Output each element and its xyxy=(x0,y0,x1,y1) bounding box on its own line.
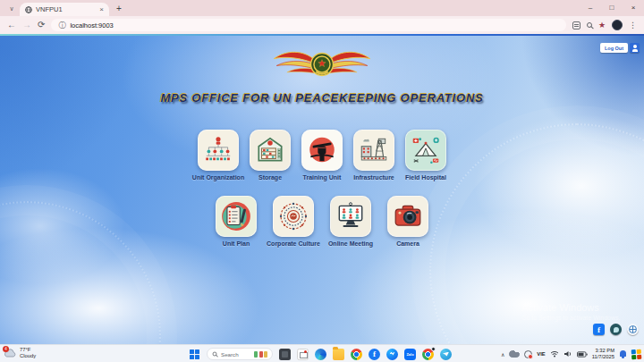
warehouse-icon xyxy=(254,134,286,166)
tab-close-icon[interactable]: × xyxy=(99,6,104,13)
new-tab-button[interactable]: + xyxy=(116,4,122,13)
page-top-gradient xyxy=(0,34,644,36)
site-info-icon[interactable]: ⓘ xyxy=(58,21,65,30)
side-search-icon[interactable] xyxy=(587,22,592,28)
speaker-icon[interactable] xyxy=(564,350,572,358)
globe-favicon-icon xyxy=(25,6,32,13)
file-explorer-icon[interactable] xyxy=(333,349,344,360)
app-label: Infrastructure xyxy=(353,174,394,181)
activate-windows-watermark: Activate Windows Go to Settings to activ… xyxy=(521,302,621,321)
logout-button[interactable]: Log Out xyxy=(600,43,628,53)
un-globe-icon[interactable] xyxy=(627,324,639,335)
wifi-icon[interactable] xyxy=(550,350,559,358)
app-label: Unit Plan xyxy=(223,240,250,247)
video-conference-icon xyxy=(335,200,367,232)
logout-area: Log Out xyxy=(600,43,640,53)
activate-windows-line2: Go to Settings to activate Windows. xyxy=(521,315,621,321)
telegram-icon[interactable] xyxy=(440,349,452,360)
app-label: Storage xyxy=(258,174,282,181)
app-label: Field Hospital xyxy=(405,174,446,181)
translate-icon[interactable] xyxy=(572,21,580,29)
address-bar[interactable]: ⓘ localhost:9003 xyxy=(51,19,566,31)
cloud-weather-icon: 4 xyxy=(4,348,16,358)
fist-rifle-icon xyxy=(306,134,338,166)
zalo-app-icon[interactable]: Zalo xyxy=(404,349,416,360)
user-session-icon[interactable] xyxy=(630,43,640,53)
weather-condition: Cloudy xyxy=(20,353,36,359)
app-grid-row-1: Unit Organization Storage xyxy=(0,130,644,181)
app-unit-organization[interactable]: Unit Organization xyxy=(192,130,244,181)
weather-temp: 77°F xyxy=(20,347,36,353)
app-online-meeting[interactable]: Online Meeting xyxy=(322,196,379,247)
app-storage[interactable]: Storage xyxy=(244,130,296,181)
mail-icon[interactable] xyxy=(297,349,309,360)
search-icon xyxy=(213,352,217,357)
window-controls: – □ × xyxy=(580,0,644,15)
app-label: Training Unit xyxy=(303,174,342,181)
tray-time: 3:32 PM xyxy=(592,348,614,354)
app-label: Corporate Culture xyxy=(267,240,320,247)
system-tray: ∧ VIE 3:32 PM 11/7/2025 xyxy=(501,345,641,362)
browser-toolbar: ← → ⟳ ⓘ localhost:9003 ★ ⋮ xyxy=(0,16,644,34)
app-unit-plan[interactable]: Unit Plan xyxy=(208,196,265,247)
messenger-icon[interactable] xyxy=(386,349,398,360)
app-label: Unit Organization xyxy=(192,174,244,181)
start-button[interactable] xyxy=(190,349,199,359)
onedrive-cloud-icon[interactable] xyxy=(509,350,520,358)
widgets-icon[interactable] xyxy=(631,349,642,359)
app-corporate-culture[interactable]: Corporate Culture xyxy=(265,196,322,247)
page-background: Log Out MPS OFFICE FOR UN PEACEKEEPING O… xyxy=(0,34,644,344)
page-title: MPS OFFICE FOR UN PEACEKEEPING OPERATION… xyxy=(0,91,644,105)
facebook-icon[interactable]: f xyxy=(593,324,605,335)
battery-icon[interactable] xyxy=(577,351,588,358)
bookmark-star-icon[interactable]: ★ xyxy=(598,21,606,29)
dark-square-app-icon[interactable] xyxy=(279,349,291,360)
app-camera[interactable]: Camera xyxy=(379,196,436,247)
activate-windows-line1: Activate Windows xyxy=(521,302,621,313)
org-chart-icon xyxy=(202,134,234,166)
reload-button[interactable]: ⟳ xyxy=(38,21,45,29)
minimize-button[interactable]: – xyxy=(580,0,601,15)
clipboard-pen-icon xyxy=(220,200,252,232)
forward-button[interactable]: → xyxy=(22,21,31,29)
taskbar-search-box[interactable]: Search xyxy=(207,348,273,360)
browser-tab-strip: ∨ VNFPU1 × + – □ × xyxy=(0,0,644,16)
app-field-hospital[interactable]: Field Hospital xyxy=(400,130,452,181)
medical-tent-icon xyxy=(410,134,442,166)
maximize-button[interactable]: □ xyxy=(601,0,623,15)
language-indicator[interactable]: VIE xyxy=(537,351,545,357)
clock-widget[interactable]: 3:32 PM 11/7/2025 xyxy=(592,348,614,360)
app-infrastructure[interactable]: Infrastructure xyxy=(348,130,400,181)
mandala-handshake-icon xyxy=(277,200,309,232)
tab-search-chevron-icon[interactable]: ∨ xyxy=(5,3,18,15)
url-text: localhost:9003 xyxy=(70,21,113,29)
app-training-unit[interactable]: Training Unit xyxy=(296,130,348,181)
chrome-active-icon[interactable] xyxy=(422,349,434,360)
edge-browser-icon[interactable] xyxy=(315,349,326,360)
camera-icon xyxy=(392,200,424,232)
app-grid-row-2: Unit Plan Corporate Culture xyxy=(0,196,644,247)
chrome-icon[interactable] xyxy=(351,349,362,360)
app-label: Online Meeting xyxy=(328,240,373,247)
taskbar-weather-widget[interactable]: 4 77°F Cloudy xyxy=(4,347,36,359)
back-button[interactable]: ← xyxy=(7,21,16,29)
tray-overflow-chevron-icon[interactable]: ∧ xyxy=(501,351,504,358)
tray-date: 11/7/2025 xyxy=(592,354,614,360)
app-badge xyxy=(431,347,436,351)
sync-status-icon[interactable] xyxy=(524,350,532,358)
windows-taskbar: 4 77°F Cloudy Search f Zalo xyxy=(0,344,644,362)
taskbar-pinned-apps: f Zalo xyxy=(279,349,452,360)
browser-menu-icon[interactable]: ⋮ xyxy=(629,21,637,29)
notifications-bell-icon[interactable] xyxy=(619,349,627,358)
profile-avatar[interactable] xyxy=(612,20,623,30)
app-label: Camera xyxy=(396,240,419,247)
close-window-button[interactable]: × xyxy=(623,0,644,15)
buildings-tower-icon xyxy=(358,134,390,166)
facebook-app-icon[interactable]: f xyxy=(369,349,380,360)
browser-tab[interactable]: VNFPU1 × xyxy=(20,3,109,16)
screen: ∨ VNFPU1 × + – □ × ← → ⟳ ⓘ localhost:900… xyxy=(0,0,644,362)
search-placeholder: Search xyxy=(221,351,250,358)
zalo-chat-icon[interactable] xyxy=(610,324,622,335)
mps-wing-emblem-logo xyxy=(269,46,375,83)
tab-title: VNFPU1 xyxy=(36,5,96,13)
